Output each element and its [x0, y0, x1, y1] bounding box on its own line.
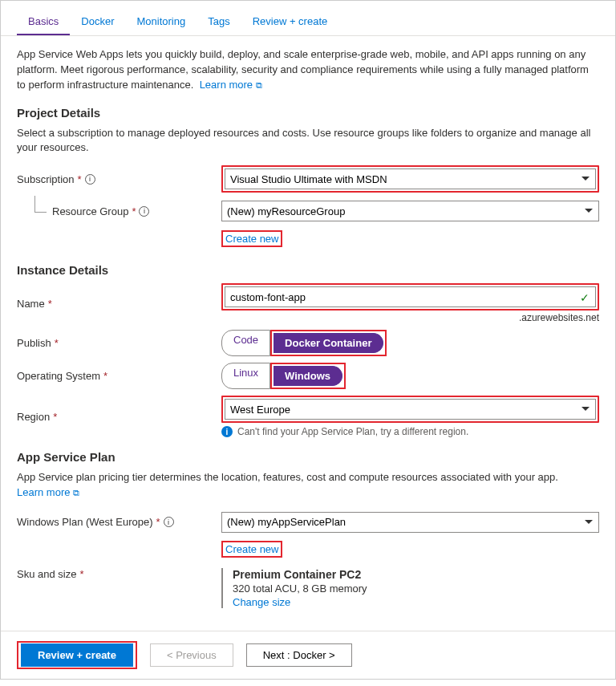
required-icon: * — [53, 411, 57, 423]
publish-docker-option[interactable]: Docker Container — [274, 333, 383, 353]
external-link-icon: ⧉ — [256, 80, 262, 90]
review-create-button[interactable]: Review + create — [21, 643, 133, 667]
project-details-heading: Project Details — [17, 106, 599, 120]
info-icon[interactable]: i — [139, 206, 149, 217]
region-label: Region — [17, 411, 50, 423]
tab-tags[interactable]: Tags — [197, 9, 241, 35]
windows-plan-label: Windows Plan (West Europe) — [17, 516, 153, 528]
tab-bar: Basics Docker Monitoring Tags Review + c… — [1, 1, 615, 36]
tab-docker[interactable]: Docker — [70, 9, 125, 35]
previous-button: < Previous — [150, 643, 233, 667]
app-service-plan-desc: App Service plan pricing tier determines… — [17, 470, 599, 501]
sku-label: Sku and size — [17, 568, 76, 580]
os-windows-option[interactable]: Windows — [274, 366, 342, 386]
tab-monitoring[interactable]: Monitoring — [125, 9, 197, 35]
instance-details-heading: Instance Details — [17, 263, 599, 277]
info-icon[interactable]: i — [164, 517, 174, 527]
resource-group-select[interactable]: (New) myResourceGroup — [221, 201, 599, 221]
required-icon: * — [78, 173, 82, 185]
info-icon[interactable]: i — [85, 174, 95, 185]
plan-learn-more-link[interactable]: Learn more ⧉ — [17, 486, 79, 498]
tab-basics[interactable]: Basics — [17, 9, 70, 35]
name-input[interactable] — [225, 286, 596, 307]
publish-label: Publish — [17, 337, 51, 349]
resource-group-label: Resource Group — [52, 205, 128, 217]
check-icon: ✓ — [580, 291, 590, 304]
required-icon: * — [156, 516, 160, 528]
external-link-icon: ⧉ — [73, 488, 79, 497]
tab-review[interactable]: Review + create — [241, 9, 339, 35]
os-linux-option[interactable]: Linux — [221, 363, 270, 389]
region-info-text: Can't find your App Service Plan, try a … — [237, 426, 468, 437]
required-icon: * — [132, 205, 136, 217]
region-select[interactable]: West Europe — [225, 399, 596, 420]
sku-title: Premium Container PC2 — [233, 568, 599, 581]
footer-bar: Review + create < Previous Next : Docker… — [1, 631, 615, 679]
subscription-label: Subscription — [17, 173, 75, 185]
resource-group-create-new-link[interactable]: Create new — [225, 233, 278, 245]
app-service-plan-heading: App Service Plan — [17, 450, 599, 464]
domain-suffix: .azurewebsites.net — [221, 312, 599, 323]
project-details-desc: Select a subscription to manage deployed… — [17, 126, 599, 156]
required-icon: * — [48, 298, 52, 310]
plan-create-new-link[interactable]: Create new — [225, 543, 278, 555]
sku-detail: 320 total ACU, 8 GB memory — [233, 582, 599, 595]
required-icon: * — [79, 568, 83, 580]
intro-learn-more-link[interactable]: Learn more ⧉ — [200, 79, 262, 91]
subscription-select[interactable]: Visual Studio Ultimate with MSDN — [225, 168, 596, 189]
info-icon: i — [221, 426, 233, 437]
required-icon: * — [103, 370, 107, 382]
change-size-link[interactable]: Change size — [233, 596, 290, 608]
publish-code-option[interactable]: Code — [221, 330, 270, 356]
windows-plan-select[interactable]: (New) myAppServicePlan — [221, 512, 599, 533]
intro-text: App Service Web Apps lets you quickly bu… — [17, 47, 599, 93]
required-icon: * — [55, 337, 59, 349]
next-button[interactable]: Next : Docker > — [246, 643, 352, 667]
os-label: Operating System — [17, 370, 100, 382]
name-label: Name — [17, 298, 45, 310]
